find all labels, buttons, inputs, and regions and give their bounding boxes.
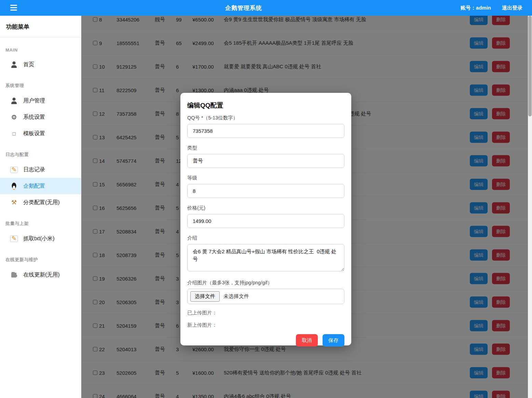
top-header-bar: 企鹅管理系统 账号：admin 退出登录 bbox=[0, 0, 532, 16]
sidebar-section-label: 系统管理 bbox=[0, 73, 81, 93]
qq-number-label: QQ号 *（5-13位数字） bbox=[187, 115, 344, 121]
dialog-actions: 取消 保存 bbox=[187, 334, 344, 346]
sidebar-item-home[interactable]: 首页 bbox=[0, 56, 81, 73]
image-file-input[interactable]: 选择文件 未选择文件 bbox=[187, 289, 344, 304]
level-input[interactable] bbox=[187, 184, 344, 198]
price-label: 价格(元) bbox=[187, 205, 344, 211]
sidebar-item-label: 模板设置 bbox=[23, 130, 45, 137]
sidebar-item-label: 企鹅配置 bbox=[23, 183, 45, 190]
sidebar-section-label: 批量与上架 bbox=[0, 211, 81, 230]
header-account-area: 账号：admin 退出登录 bbox=[461, 0, 522, 16]
scrollbar-thumb[interactable] bbox=[528, 16, 532, 116]
new-upload-images-label: 新上传图片： bbox=[187, 322, 344, 328]
cancel-button[interactable]: 取消 bbox=[296, 334, 318, 346]
penguin-icon bbox=[10, 183, 18, 189]
template-icon bbox=[10, 130, 18, 137]
vertical-scrollbar[interactable] bbox=[528, 16, 532, 398]
edit-qq-config-dialog: 编辑QQ配置 QQ号 *（5-13位数字） 类型 等级 价格(元) 介绍 会6 … bbox=[180, 93, 351, 345]
sidebar-item-penguin-config[interactable]: 企鹅配置 bbox=[0, 178, 81, 194]
hamburger-menu-icon[interactable] bbox=[10, 5, 17, 11]
sidebar-section-label: 日志与配置 bbox=[0, 142, 81, 161]
user-icon bbox=[10, 97, 18, 104]
sidebar-item-label: 抓取txt(小米) bbox=[23, 235, 55, 242]
sidebar-item-label: 分类配置(无用) bbox=[23, 199, 60, 206]
sidebar-item-online-update[interactable]: 在线更新(无用) bbox=[0, 267, 81, 283]
account-label: 账号：admin bbox=[461, 5, 491, 11]
puzzle-icon bbox=[10, 271, 18, 278]
intro-textarea[interactable]: 会6 黄 7大会2 精品真山号+假山 市场稀有 性价比之王 0违规 处号 bbox=[187, 244, 344, 271]
user-icon bbox=[10, 61, 18, 68]
sidebar-item-category-config[interactable]: 分类配置(无用) bbox=[0, 194, 81, 211]
qq-number-input[interactable] bbox=[187, 124, 344, 138]
sidebar-item-label: 用户管理 bbox=[23, 97, 45, 104]
sidebar-title: 功能菜单 bbox=[0, 16, 81, 38]
sidebar-item-template-settings[interactable]: 模板设置 bbox=[0, 125, 81, 142]
uploaded-images-label: 已上传图片： bbox=[187, 310, 344, 316]
memo-icon bbox=[10, 236, 18, 242]
gear-icon bbox=[10, 114, 18, 120]
sidebar-item-label: 在线更新(无用) bbox=[23, 271, 60, 279]
sidebar-item-user-management[interactable]: 用户管理 bbox=[0, 93, 81, 109]
intro-label: 介绍 bbox=[187, 235, 344, 241]
sidebar-item-system-settings[interactable]: 系统设置 bbox=[0, 109, 81, 125]
tools-icon bbox=[10, 199, 18, 206]
intro-images-label: 介绍图片（最多3张，支持jpg/png/gif） bbox=[187, 280, 344, 286]
sidebar: 功能菜单 MAIN首页系统管理用户管理系统设置模板设置日志与配置日志记录企鹅配置… bbox=[0, 16, 81, 398]
sidebar-item-log-records[interactable]: 日志记录 bbox=[0, 161, 81, 178]
price-input[interactable] bbox=[187, 214, 344, 228]
app-title: 企鹅管理系统 bbox=[225, 4, 262, 12]
level-label: 等级 bbox=[187, 175, 344, 181]
dialog-title: 编辑QQ配置 bbox=[187, 101, 344, 110]
sidebar-item-label: 日志记录 bbox=[23, 166, 45, 173]
logout-link[interactable]: 退出登录 bbox=[502, 5, 522, 11]
sidebar-menu: MAIN首页系统管理用户管理系统设置模板设置日志与配置日志记录企鹅配置分类配置(… bbox=[0, 38, 81, 283]
sidebar-item-label: 系统设置 bbox=[23, 114, 45, 121]
type-label: 类型 bbox=[187, 145, 344, 151]
sidebar-item-label: 首页 bbox=[23, 61, 34, 68]
choose-file-button[interactable]: 选择文件 bbox=[190, 291, 220, 302]
sidebar-section-label: 在线更新与维护 bbox=[0, 247, 81, 267]
sidebar-item-grab-txt[interactable]: 抓取txt(小米) bbox=[0, 230, 81, 247]
memo-icon bbox=[10, 167, 18, 173]
save-button[interactable]: 保存 bbox=[323, 334, 344, 346]
no-file-selected-text: 未选择文件 bbox=[223, 293, 249, 300]
type-input[interactable] bbox=[187, 154, 344, 168]
sidebar-section-label: MAIN bbox=[0, 38, 81, 56]
